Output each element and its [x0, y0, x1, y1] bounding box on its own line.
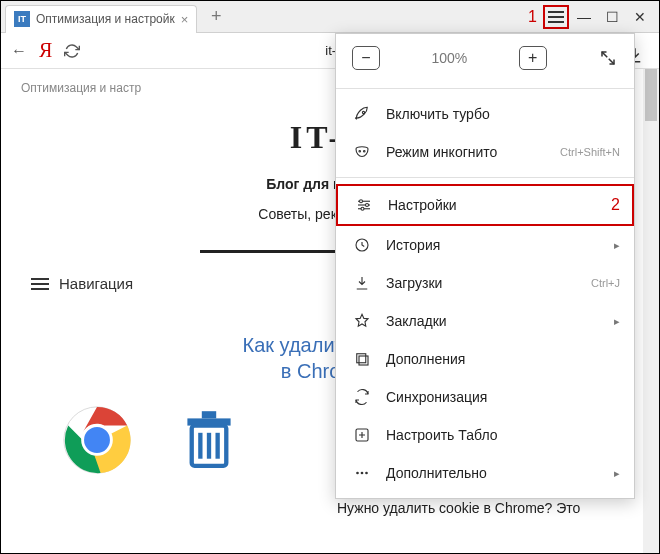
main-menu: − 100% + Включить турбо Режим инкогнито …	[335, 33, 635, 499]
scrollbar[interactable]	[643, 69, 659, 553]
annotation-2: 2	[611, 196, 620, 214]
tab-bar: IT Оптимизация и настройк × + 1 — ☐ ✕	[1, 1, 659, 33]
menu-label: Включить турбо	[386, 106, 490, 122]
reload-button[interactable]	[62, 41, 82, 61]
scrollbar-thumb[interactable]	[645, 69, 657, 121]
download-icon	[352, 273, 372, 293]
menu-item-downloads[interactable]: Загрузки Ctrl+J	[336, 264, 634, 302]
rocket-icon	[352, 104, 372, 124]
article-body: Нужно удалить cookie в Chrome? Это	[337, 500, 627, 516]
trash-icon	[173, 404, 245, 476]
chevron-right-icon: ▸	[614, 239, 620, 252]
menu-label: Дополнительно	[386, 465, 487, 481]
dots-icon	[352, 463, 372, 483]
sync-icon	[352, 387, 372, 407]
svg-point-10	[359, 151, 361, 153]
chevron-right-icon: ▸	[614, 467, 620, 480]
fullscreen-button[interactable]	[598, 48, 618, 68]
menu-item-turbo[interactable]: Включить турбо	[336, 95, 634, 133]
clock-icon	[352, 235, 372, 255]
browser-tab[interactable]: IT Оптимизация и настройк ×	[5, 5, 197, 33]
mask-icon	[352, 142, 372, 162]
menu-label: Настройки	[388, 197, 457, 213]
annotation-1: 1	[528, 8, 537, 26]
favicon: IT	[14, 11, 30, 27]
maximize-button[interactable]: ☐	[599, 5, 625, 29]
close-button[interactable]: ✕	[627, 5, 653, 29]
menu-label: История	[386, 237, 440, 253]
new-tab-button[interactable]: +	[203, 4, 229, 30]
separator	[336, 177, 634, 178]
separator	[336, 88, 634, 89]
menu-label: Настроить Табло	[386, 427, 498, 443]
menu-item-addons[interactable]: Дополнения	[336, 340, 634, 378]
menu-shortcut: Ctrl+Shift+N	[560, 146, 620, 158]
star-icon	[352, 311, 372, 331]
menu-item-sync[interactable]: Синхронизация	[336, 378, 634, 416]
hamburger-icon	[31, 283, 49, 285]
zoom-in-button[interactable]: +	[519, 46, 547, 70]
close-icon[interactable]: ×	[181, 12, 189, 27]
svg-rect-19	[357, 354, 366, 363]
zoom-out-button[interactable]: −	[352, 46, 380, 70]
menu-label: Загрузки	[386, 275, 442, 291]
menu-button[interactable]	[543, 5, 569, 29]
back-button[interactable]: ←	[9, 41, 29, 61]
svg-point-11	[364, 151, 366, 153]
menu-item-incognito[interactable]: Режим инкогнито Ctrl+Shift+N	[336, 133, 634, 171]
hamburger-icon	[548, 16, 564, 18]
svg-point-17	[361, 207, 364, 210]
menu-item-settings[interactable]: Настройки 2	[336, 184, 634, 226]
svg-point-24	[365, 472, 368, 475]
menu-label: Закладки	[386, 313, 447, 329]
chrome-logo-icon	[61, 404, 133, 476]
plus-square-icon	[352, 425, 372, 445]
svg-point-23	[361, 472, 364, 475]
minimize-button[interactable]: —	[571, 5, 597, 29]
yandex-logo[interactable]: Я	[39, 39, 52, 62]
chevron-right-icon: ▸	[614, 315, 620, 328]
svg-rect-20	[359, 356, 368, 365]
svg-point-22	[356, 472, 359, 475]
svg-point-16	[366, 204, 369, 207]
menu-item-bookmarks[interactable]: Закладки ▸	[336, 302, 634, 340]
tab-title: Оптимизация и настройк	[36, 12, 175, 26]
layers-icon	[352, 349, 372, 369]
svg-point-9	[362, 111, 364, 113]
menu-label: Режим инкогнито	[386, 144, 497, 160]
svg-point-15	[360, 200, 363, 203]
zoom-value: 100%	[431, 50, 467, 66]
zoom-controls: − 100% +	[336, 34, 634, 82]
menu-item-tablo[interactable]: Настроить Табло	[336, 416, 634, 454]
menu-item-history[interactable]: История ▸	[336, 226, 634, 264]
window-controls: 1 — ☐ ✕	[528, 1, 653, 33]
svg-rect-7	[187, 418, 230, 425]
menu-item-more[interactable]: Дополнительно ▸	[336, 454, 634, 492]
nav-label: Навигация	[59, 275, 133, 292]
menu-label: Синхронизация	[386, 389, 487, 405]
svg-rect-8	[202, 411, 216, 418]
menu-label: Дополнения	[386, 351, 465, 367]
sliders-icon	[354, 195, 374, 215]
menu-shortcut: Ctrl+J	[591, 277, 620, 289]
